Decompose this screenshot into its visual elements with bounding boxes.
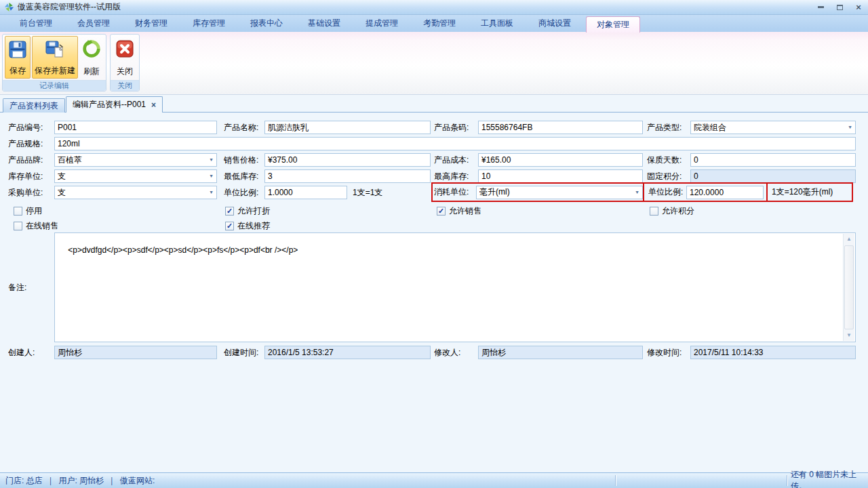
max-stock-input[interactable] — [478, 169, 643, 183]
ribbon-group-record-edit: 保存 保存并新建 — [2, 34, 106, 92]
status-user: 用户: 周怡杉 — [58, 475, 104, 487]
online-recommend-checkbox-label: 在线推荐 — [237, 220, 270, 232]
checkbox-icon[interactable]: ✓ — [225, 207, 234, 216]
checkbox-icon[interactable]: ✓ — [14, 222, 22, 230]
allow-points-checkbox[interactable]: ✓ 允许积分 — [650, 206, 694, 216]
product-code-label: 产品编号: — [8, 122, 54, 134]
status-upload-info: 还有 0 幅图片未上传。 — [791, 469, 868, 488]
menu-tab-member[interactable]: 会员管理 — [67, 15, 120, 32]
allow-sale-checkbox[interactable]: ✓ 允许销售 — [437, 206, 481, 216]
shelf-days-input[interactable] — [690, 153, 856, 167]
barcode-label: 产品条码: — [434, 122, 478, 134]
unit-ratio-input[interactable] — [264, 186, 347, 199]
tab-close-icon[interactable]: × — [151, 101, 156, 109]
allow-discount-checkbox-label: 允许打折 — [237, 205, 270, 217]
min-stock-input[interactable] — [264, 169, 431, 183]
save-and-new-button[interactable]: 保存并新建 — [32, 36, 78, 79]
online-sale-checkbox-label: 在线销售 — [26, 220, 58, 232]
product-type-select[interactable]: ▼ — [690, 121, 856, 134]
sale-price-input[interactable] — [264, 153, 431, 167]
allow-discount-checkbox[interactable]: ✓ 允许打折 — [225, 206, 270, 216]
stock-unit-select[interactable]: ▼ — [54, 169, 217, 183]
product-name-label: 产品名称: — [224, 122, 264, 134]
brand-value[interactable] — [54, 153, 217, 167]
product-type-value[interactable] — [690, 121, 856, 134]
modifier-field — [478, 346, 643, 359]
menu-tab-reports[interactable]: 报表中心 — [240, 15, 293, 32]
ribbon: 保存 保存并新建 — [0, 32, 868, 95]
remark-textarea[interactable]: <p>dvdfgd</p><p>sdf</p><p>sd</p><p>fs</p… — [54, 232, 856, 342]
tab-edit-product[interactable]: 编辑产品资料--P001 × — [66, 96, 163, 113]
disabled-checkbox[interactable]: ✓ 停用 — [14, 206, 42, 216]
chevron-down-icon[interactable]: ▼ — [209, 157, 214, 163]
menu-tab-mall[interactable]: 商城设置 — [528, 15, 581, 32]
cost-input[interactable] — [478, 153, 643, 167]
checkbox-icon[interactable]: ✓ — [14, 207, 22, 216]
title-bar: 傲蓝美容院管理软件--试用版 × — [0, 0, 868, 15]
checkbox-icon[interactable]: ✓ — [225, 222, 234, 230]
minimize-button[interactable] — [815, 3, 826, 12]
save-icon — [7, 39, 28, 60]
save-button[interactable]: 保存 — [5, 36, 31, 79]
tab-edit-product-label: 编辑产品资料--P001 — [73, 97, 146, 113]
ribbon-group-close: 关闭 关闭 — [110, 34, 140, 92]
remark-scrollbar[interactable]: ▲ ▼ — [843, 234, 854, 341]
brand-select[interactable]: ▼ — [54, 153, 217, 167]
stock-unit-value[interactable] — [54, 169, 217, 183]
consume-unit-value[interactable] — [476, 186, 643, 199]
purchase-unit-value[interactable] — [54, 186, 217, 199]
minimize-icon — [818, 6, 824, 8]
consume-unit-label: 消耗单位: — [434, 186, 476, 198]
modify-time-label: 修改时间: — [647, 347, 690, 359]
create-time-field — [264, 346, 431, 359]
product-name-input[interactable] — [264, 121, 431, 134]
ribbon-group-caption-record-edit: 记录编辑 — [3, 80, 106, 91]
status-panel-divider — [615, 475, 616, 486]
menu-tab-inventory[interactable]: 库存管理 — [182, 15, 235, 32]
checkbox-icon[interactable]: ✓ — [650, 207, 658, 216]
refresh-button[interactable]: 刷新 — [79, 36, 104, 79]
allow-points-checkbox-label: 允许积分 — [662, 205, 694, 217]
window-title: 傲蓝美容院管理软件--试用版 — [18, 1, 121, 13]
menu-tab-front-desk[interactable]: 前台管理 — [9, 15, 62, 32]
status-store: 门店: 总店 — [5, 475, 43, 487]
product-type-label: 产品类型: — [647, 122, 690, 134]
close-tab-button[interactable]: 关闭 — [113, 36, 137, 79]
menu-tab-object-management[interactable]: 对象管理 — [586, 16, 640, 33]
scroll-up-icon[interactable]: ▲ — [844, 234, 854, 245]
cost-label: 产品成本: — [434, 155, 478, 166]
menu-tab-basic-settings[interactable]: 基础设置 — [298, 15, 351, 32]
menu-tab-finance[interactable]: 财务管理 — [125, 15, 178, 32]
product-code-input[interactable] — [54, 121, 217, 134]
purchase-unit-select[interactable]: ▼ — [54, 186, 217, 199]
tab-product-list[interactable]: 产品资料列表 — [3, 98, 65, 113]
online-sale-checkbox[interactable]: ✓ 在线销售 — [14, 221, 58, 231]
consume-unit-select[interactable]: ▼ — [476, 186, 643, 199]
checkbox-icon[interactable]: ✓ — [437, 207, 446, 216]
window-close-button[interactable]: × — [853, 3, 864, 12]
status-separator: ｜ — [108, 475, 116, 487]
ribbon-tab-bar: 前台管理 会员管理 财务管理 库存管理 报表中心 基础设置 提成管理 考勤管理 … — [0, 15, 868, 32]
chevron-down-icon[interactable]: ▼ — [848, 124, 852, 131]
scrollbar-thumb[interactable] — [844, 245, 854, 329]
close-button-label: 关闭 — [117, 66, 133, 77]
remark-label: 备注: — [8, 282, 54, 293]
menu-tab-commission[interactable]: 提成管理 — [355, 15, 408, 32]
scroll-down-icon[interactable]: ▼ — [844, 330, 854, 341]
menu-tab-tools[interactable]: 工具面板 — [471, 15, 524, 32]
maximize-button[interactable] — [834, 3, 845, 12]
spec-input[interactable] — [54, 137, 856, 150]
remark-text: <p>dvdfgd</p><p>sdf</p><p>sd</p><p>fs</p… — [68, 245, 298, 255]
consume-ratio-input[interactable] — [686, 186, 764, 199]
online-recommend-checkbox[interactable]: ✓ 在线推荐 — [225, 221, 270, 231]
barcode-input[interactable] — [478, 121, 643, 134]
menu-tab-attendance[interactable]: 考勤管理 — [413, 15, 466, 32]
disabled-checkbox-label: 停用 — [26, 205, 42, 217]
app-icon — [4, 2, 14, 12]
maximize-icon — [837, 5, 843, 10]
chevron-down-icon[interactable]: ▼ — [209, 173, 214, 180]
refresh-icon — [81, 39, 102, 59]
chevron-down-icon[interactable]: ▼ — [209, 189, 214, 196]
chevron-down-icon[interactable]: ▼ — [635, 189, 639, 196]
unit-ratio-label: 单位比例: — [224, 187, 264, 199]
